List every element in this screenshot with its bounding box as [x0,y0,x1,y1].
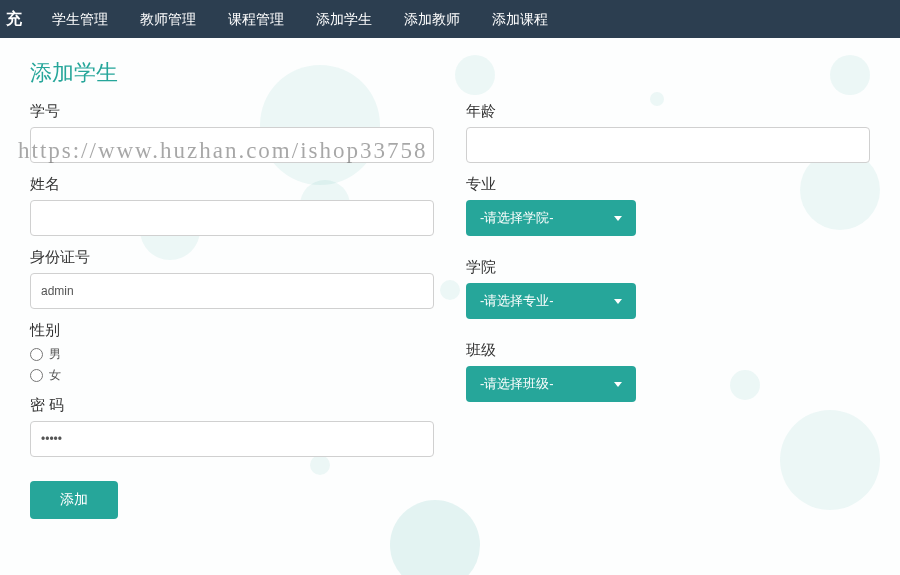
student-id-input[interactable] [30,127,434,163]
age-input[interactable] [466,127,870,163]
college-dropdown[interactable]: -请选择专业- [466,283,636,319]
nav-add-teacher[interactable]: 添加教师 [388,0,476,38]
id-card-input[interactable] [30,273,434,309]
label-name: 姓名 [30,175,434,194]
submit-button[interactable]: 添加 [30,481,118,519]
brand-partial: 充 [0,9,36,30]
gender-male-radio[interactable] [30,348,43,361]
nav-add-course[interactable]: 添加课程 [476,0,564,38]
label-password: 密 码 [30,396,434,415]
nav-add-student[interactable]: 添加学生 [300,0,388,38]
nav-course-manage[interactable]: 课程管理 [212,0,300,38]
gender-male-label: 男 [49,346,61,363]
label-major: 专业 [466,175,870,194]
label-college: 学院 [466,258,870,277]
label-id-card: 身份证号 [30,248,434,267]
nav-teacher-manage[interactable]: 教师管理 [124,0,212,38]
top-navbar: 充 学生管理 教师管理 课程管理 添加学生 添加教师 添加课程 [0,0,900,38]
name-input[interactable] [30,200,434,236]
caret-down-icon [614,299,622,304]
label-age: 年龄 [466,102,870,121]
label-student-id: 学号 [30,102,434,121]
label-class: 班级 [466,341,870,360]
nav-student-manage[interactable]: 学生管理 [36,0,124,38]
class-dropdown[interactable]: -请选择班级- [466,366,636,402]
major-dropdown[interactable]: -请选择学院- [466,200,636,236]
major-selected: -请选择学院- [480,209,554,227]
college-selected: -请选择专业- [480,292,554,310]
class-selected: -请选择班级- [480,375,554,393]
caret-down-icon [614,216,622,221]
page-title: 添加学生 [30,58,870,88]
password-input[interactable] [30,421,434,457]
gender-female-label: 女 [49,367,61,384]
gender-female-radio[interactable] [30,369,43,382]
caret-down-icon [614,382,622,387]
label-gender: 性别 [30,321,434,340]
